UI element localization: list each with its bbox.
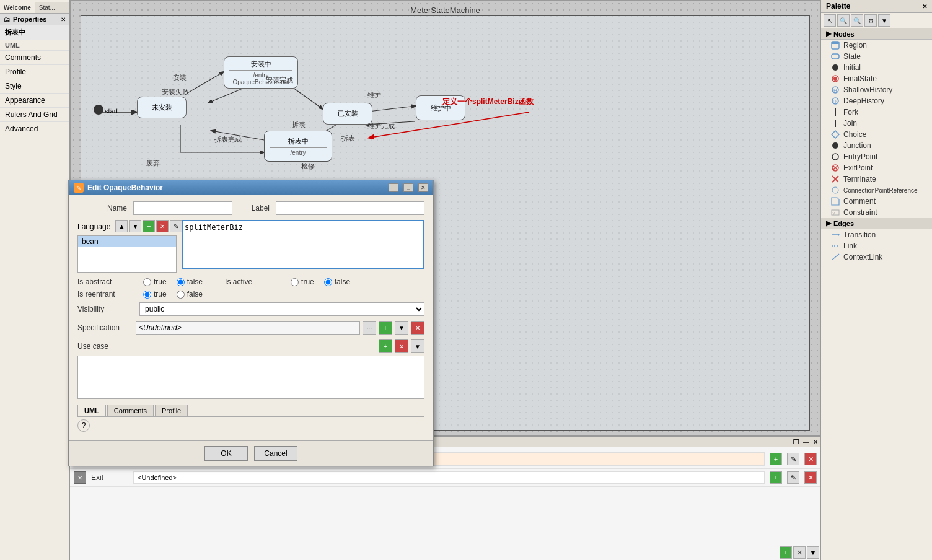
dialog-maximize-btn[interactable]: □ <box>403 183 413 192</box>
palette-item-state[interactable]: State <box>821 51 932 62</box>
properties-close[interactable]: ✕ <box>61 16 66 23</box>
svg-point-24 <box>832 142 838 149</box>
welcome-tab[interactable]: Welcome <box>0 2 35 13</box>
reentrant-false-radio[interactable] <box>177 291 185 299</box>
lang-add-btn[interactable]: + <box>143 220 155 232</box>
dialog-minimize-btn[interactable]: — <box>389 183 398 192</box>
dialog-ok-btn[interactable]: OK <box>204 446 248 461</box>
maximize-icon[interactable]: 🗖 <box>793 439 799 445</box>
dialog-close-btn[interactable]: ✕ <box>418 183 428 192</box>
dialog-tab-comments[interactable]: Comments <box>107 405 154 416</box>
palette-item-connectionpointreference[interactable]: ConnectionPointReference <box>821 185 932 196</box>
lang-edit-btn[interactable]: ✎ <box>170 220 182 232</box>
dialog-cancel-btn[interactable]: Cancel <box>254 446 297 461</box>
spec-down-btn[interactable]: ▼ <box>395 321 408 335</box>
usecase-add-btn[interactable]: + <box>379 339 392 353</box>
toolbar-add-btn[interactable]: + <box>780 546 792 559</box>
palette-item-entrypoint[interactable]: EntryPoint <box>821 151 932 162</box>
node-uninstalled[interactable]: 未安装 <box>137 97 187 118</box>
exitpoint-label: ExitPoint <box>843 164 873 172</box>
usecase-textarea[interactable] <box>77 356 424 399</box>
svg-rect-21 <box>835 108 836 116</box>
label-input[interactable] <box>276 201 424 215</box>
reentrant-true-radio[interactable] <box>143 291 151 299</box>
entry-edit-btn[interactable]: ✎ <box>787 453 799 465</box>
exit-add-btn[interactable]: + <box>770 471 782 484</box>
spec-remove-btn[interactable]: ✕ <box>411 321 424 335</box>
lang-down-btn[interactable]: ▼ <box>129 220 141 232</box>
body-textarea[interactable]: splitMeterBiz <box>182 220 424 269</box>
palette-item-contextlink[interactable]: ContextLink <box>821 252 932 263</box>
palette-item-deephistory[interactable]: H* DeepHistory <box>821 95 932 107</box>
palette-item-link[interactable]: Link <box>821 240 932 252</box>
lang-up-btn[interactable]: ▲ <box>115 220 128 232</box>
finalstate-icon <box>831 74 840 83</box>
palette-select-btn[interactable]: ↖ <box>824 14 836 27</box>
palette-zoom-out-btn[interactable]: 🔍 <box>837 14 850 27</box>
svg-line-3 <box>208 87 245 103</box>
sidebar-item-style[interactable]: Style <box>0 79 69 94</box>
spec-add-btn[interactable]: + <box>379 321 392 335</box>
lang-remove-btn[interactable]: ✕ <box>156 220 169 232</box>
sidebar-item-advanced[interactable]: Advanced <box>0 122 69 136</box>
palette-item-terminate[interactable]: Terminate <box>821 173 932 185</box>
spec-dots-btn[interactable]: ··· <box>363 321 376 335</box>
palette-zoom-in-btn[interactable]: 🔍 <box>851 14 863 27</box>
dialog-tab-uml[interactable]: UML <box>77 405 106 416</box>
specification-input[interactable] <box>136 321 360 335</box>
sidebar-item-comments[interactable]: Comments <box>0 51 69 65</box>
exit-delete-btn[interactable]: ✕ <box>804 471 817 484</box>
palette-arrow-btn[interactable]: ▼ <box>878 14 890 27</box>
active-true-group: true <box>291 278 314 286</box>
palette-item-exitpoint[interactable]: ExitPoint <box>821 162 932 173</box>
palette-item-fork[interactable]: Fork <box>821 107 932 118</box>
sidebar-item-rulers-and-grid[interactable]: Rulers And Grid <box>0 108 69 122</box>
palette-item-choice[interactable]: Choice <box>821 129 932 140</box>
palette-item-finalstate[interactable]: FinalState <box>821 73 932 84</box>
entry-add-btn[interactable]: + <box>770 453 782 465</box>
svg-text:?: ? <box>832 211 835 216</box>
toolbar-remove-btn[interactable]: ✕ <box>793 546 806 559</box>
palette-settings-btn[interactable]: ⚙ <box>864 14 877 27</box>
sidebar-item-profile[interactable]: Profile <box>0 65 69 79</box>
language-list[interactable]: bean <box>77 235 177 273</box>
exit-edit-btn[interactable]: ✎ <box>787 471 799 484</box>
lang-item-bean[interactable]: bean <box>78 236 176 247</box>
minimize-icon[interactable]: — <box>803 439 809 445</box>
active-false-group: false <box>324 278 350 286</box>
contextlink-label: ContextLink <box>843 253 882 261</box>
palette-item-shallowhistory[interactable]: H ShallowHistory <box>821 84 932 95</box>
edit-opaque-behavior-dialog[interactable]: ✎ Edit OpaqueBehavior — □ ✕ Name Label <box>68 180 434 466</box>
palette-close-btn[interactable]: ✕ <box>922 3 927 10</box>
exit-remove-btn[interactable]: ✕ <box>74 471 86 484</box>
palette-item-junction[interactable]: Junction <box>821 140 932 151</box>
node-dismantling[interactable]: 拆表中 /entry <box>264 131 332 162</box>
palette-nodes-header[interactable]: ▶ Nodes <box>821 28 932 40</box>
close-panel-icon[interactable]: ✕ <box>813 439 818 445</box>
palette-item-initial[interactable]: Initial <box>821 62 932 73</box>
node-installed[interactable]: 已安装 <box>323 103 372 125</box>
palette-item-comment[interactable]: Comment <box>821 196 932 207</box>
stat-tab[interactable]: Stat... <box>35 2 59 13</box>
join-label: Join <box>843 119 857 128</box>
toolbar-down-btn[interactable]: ▼ <box>807 546 819 559</box>
active-false-radio[interactable] <box>324 278 332 286</box>
name-input[interactable] <box>133 201 232 215</box>
help-btn[interactable]: ? <box>77 419 90 432</box>
active-true-radio[interactable] <box>291 278 299 286</box>
abstract-false-radio[interactable] <box>177 278 185 286</box>
sidebar-item-appearance[interactable]: Appearance <box>0 94 69 108</box>
usecase-remove-btn[interactable]: ✕ <box>395 339 408 353</box>
palette-item-region[interactable]: Region <box>821 40 932 51</box>
usecase-arrow-btn[interactable]: ▼ <box>411 339 424 353</box>
abstract-true-radio[interactable] <box>143 278 151 286</box>
visibility-select[interactable]: public private protected package <box>139 302 424 316</box>
node-maintaining[interactable]: 维护中 <box>416 95 465 120</box>
palette-item-transition[interactable]: Transition <box>821 229 932 240</box>
palette-item-constraint[interactable]: ? Constraint <box>821 207 932 218</box>
dialog-tab-profile[interactable]: Profile <box>155 405 188 416</box>
svg-rect-22 <box>835 120 836 127</box>
palette-edges-header[interactable]: ▶ Edges <box>821 218 932 229</box>
entry-delete-btn[interactable]: ✕ <box>804 453 817 465</box>
palette-item-join[interactable]: Join <box>821 118 932 129</box>
